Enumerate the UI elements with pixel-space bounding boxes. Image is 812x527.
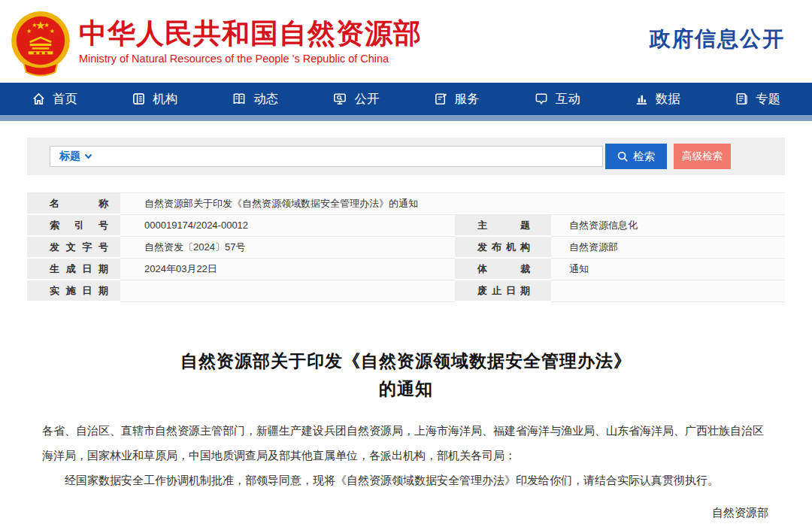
document-paragraph-main: 经国家数据安全工作协调机制批准，部领导同意，现将《自然资源领域数据安全管理办法》… [42,468,770,492]
nav-accent-band [0,115,812,121]
nav-label: 服务 [455,91,480,108]
meta-value-genre: 通知 [551,259,785,280]
search-icon [617,151,629,162]
nav-label: 专题 [756,91,780,108]
search-button-label: 检索 [633,150,655,164]
search-button[interactable]: 检索 [605,144,667,169]
nav-label: 动态 [253,91,278,108]
meta-value-name: 自然资源部关于印发《自然资源领域数据安全管理办法》的通知 [120,193,785,215]
national-emblem-icon: ★ ★ ★ ★ ★ [10,8,71,77]
advanced-search-button[interactable]: 高级检索 [674,144,731,169]
svg-text:★: ★ [32,22,37,29]
nav-item-data[interactable]: 数据 [635,91,680,108]
home-icon [32,92,46,106]
meta-value-effective-date [120,280,455,302]
document-signature: 自然资源部 [27,506,785,520]
main-nav: 首页 机构 动态 公开 服务 互动 数据 专题 [0,83,812,115]
meta-label-name: 名称 [27,193,120,215]
disclosure-icon [332,92,347,106]
meta-value-index-number: 000019174/2024-00012 [120,215,455,237]
document-paragraph-addressees: 各省、自治区、直辖市自然资源主管部门，新疆生产建设兵团自然资源局，上海市海洋局、… [42,418,770,468]
document-content: 自然资源部关于印发《自然资源领域数据安全管理办法》 的通知 各省、自治区、直辖市… [27,347,785,520]
meta-label-subject: 主题 [455,215,551,237]
organization-icon [132,92,146,106]
meta-row-doc-number: 发文字号 自然资发〔2024〕57号 发布机构 自然资源部 [27,237,785,259]
meta-row-issue-date: 生成日期 2024年03月22日 体裁 通知 [27,259,785,280]
search-bar: 标题 检索 高级检索 [27,138,785,175]
nav-label: 首页 [53,91,77,108]
search-box: 标题 [50,146,603,167]
site-logo[interactable]: ★ ★ ★ ★ ★ 中华人民共和国自然资源部 Ministry of Natur… [10,6,422,77]
meta-value-issue-date: 2024年03月22日 [120,259,455,280]
meta-value-subject: 自然资源信息化 [551,215,785,237]
nav-item-topics[interactable]: 专题 [735,91,780,108]
meta-value-abolition-date [551,280,785,302]
nav-item-news[interactable]: 动态 [232,91,278,108]
meta-label-effective-date: 实施日期 [27,280,120,302]
svg-text:★: ★ [26,28,32,35]
search-field-selector[interactable]: 标题 [50,147,102,166]
meta-label-abolition-date: 废止日期 [455,280,551,302]
nav-item-service[interactable]: 服务 [434,91,480,108]
meta-row-effective-date: 实施日期 废止日期 [27,280,785,302]
nav-label: 公开 [354,91,379,108]
gov-info-disclosure-title[interactable]: 政府信息公开 [650,25,785,58]
document-title-line1: 自然资源部关于印发《自然资源领域数据安全管理办法》 [27,347,785,375]
nav-item-organization[interactable]: 机构 [132,91,177,108]
meta-label-genre: 体裁 [455,259,551,280]
service-icon [434,92,448,106]
nav-item-interaction[interactable]: 互动 [534,91,580,108]
nav-item-home[interactable]: 首页 [32,91,77,108]
nav-label: 数据 [656,91,680,108]
site-header: ★ ★ ★ ★ ★ 中华人民共和国自然资源部 Ministry of Natur… [0,0,812,83]
meta-label-doc-number: 发文字号 [27,237,120,259]
interaction-icon [534,92,549,106]
news-icon [232,92,247,106]
meta-label-issue-date: 生成日期 [27,259,120,280]
document-title-line2: 的通知 [27,375,785,403]
site-title: 中华人民共和国自然资源部 [79,18,422,50]
nav-item-disclosure[interactable]: 公开 [332,91,379,108]
document-body: 各省、自治区、直辖市自然资源主管部门，新疆生产建设兵团自然资源局，上海市海洋局、… [27,418,785,492]
data-icon [635,92,649,106]
search-field-label: 标题 [59,150,80,163]
meta-row-name: 名称 自然资源部关于印发《自然资源领域数据安全管理办法》的通知 [27,193,785,215]
meta-label-index-number: 索引号 [27,215,120,237]
meta-value-doc-number: 自然资发〔2024〕57号 [120,237,455,259]
chevron-down-icon [84,153,92,159]
nav-label: 互动 [556,91,580,108]
site-subtitle-en: Ministry of Natural Resources of the Peo… [79,53,422,65]
search-input[interactable] [102,147,602,166]
nav-label: 机构 [153,91,177,108]
svg-text:★: ★ [50,28,55,35]
document-title: 自然资源部关于印发《自然资源领域数据安全管理办法》 的通知 [27,347,785,403]
document-metadata-table: 名称 自然资源部关于印发《自然资源领域数据安全管理办法》的通知 索引号 0000… [27,192,785,302]
topics-icon [735,92,749,106]
meta-label-issuing-agency: 发布机构 [455,237,551,259]
meta-value-issuing-agency: 自然资源部 [551,237,785,259]
meta-row-index: 索引号 000019174/2024-00012 主题 自然资源信息化 [27,215,785,237]
